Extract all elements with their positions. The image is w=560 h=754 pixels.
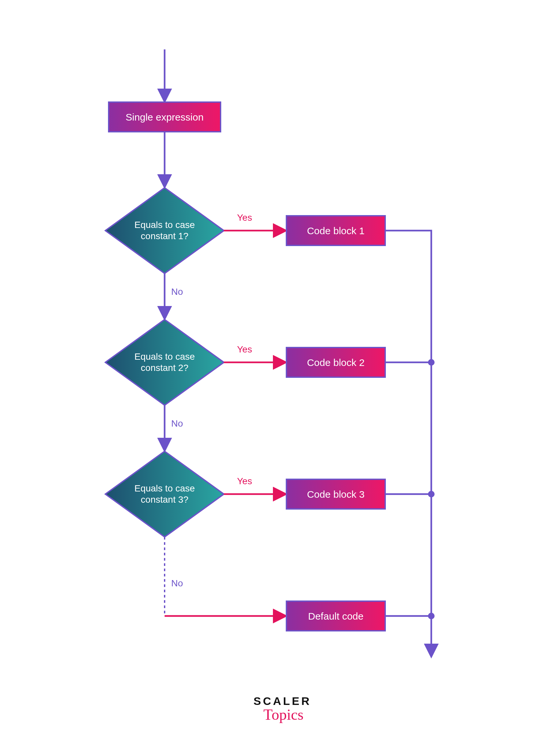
decision-2-line1: Equals to case [134, 351, 195, 362]
decision-2: Equals to case constant 2? [105, 320, 224, 405]
decision-1-line2: constant 1? [141, 231, 188, 241]
action-2-label: Code block 2 [307, 357, 364, 368]
decision-3-line1: Equals to case [134, 483, 195, 494]
merge-line [385, 231, 431, 656]
d2-yes-label: Yes [237, 344, 252, 354]
action-default: Default code [286, 601, 385, 631]
action-3-label: Code block 3 [307, 489, 364, 500]
d3-no-label: No [171, 578, 183, 588]
action-default-label: Default code [308, 611, 363, 622]
decision-3: Equals to case constant 3? [105, 451, 224, 537]
merge-dot-2 [428, 359, 435, 366]
action-2: Code block 2 [286, 348, 385, 377]
decision-3-line2: constant 3? [141, 495, 188, 505]
merge-dot-3 [428, 491, 435, 497]
d1-yes-label: Yes [237, 212, 252, 223]
svg-marker-1 [105, 188, 224, 273]
d2-no-label: No [171, 418, 183, 428]
d1-no-label: No [171, 287, 183, 297]
svg-marker-3 [105, 320, 224, 405]
logo-line1: SCALER [254, 695, 312, 707]
merge-dot-4 [428, 613, 435, 619]
action-3: Code block 3 [286, 479, 385, 509]
decision-1-line1: Equals to case [134, 220, 195, 230]
flowchart: Single expression Equals to case constan… [0, 0, 560, 754]
start-label: Single expression [126, 112, 204, 122]
decision-1: Equals to case constant 1? [105, 188, 224, 273]
action-1: Code block 1 [286, 216, 385, 246]
logo: SCALER Topics [254, 695, 312, 723]
svg-marker-5 [105, 451, 224, 537]
action-1-label: Code block 1 [307, 225, 364, 236]
logo-line2: Topics [263, 706, 303, 723]
d3-yes-label: Yes [237, 476, 252, 486]
start-box: Single expression [108, 102, 221, 132]
decision-2-line2: constant 2? [141, 363, 188, 373]
